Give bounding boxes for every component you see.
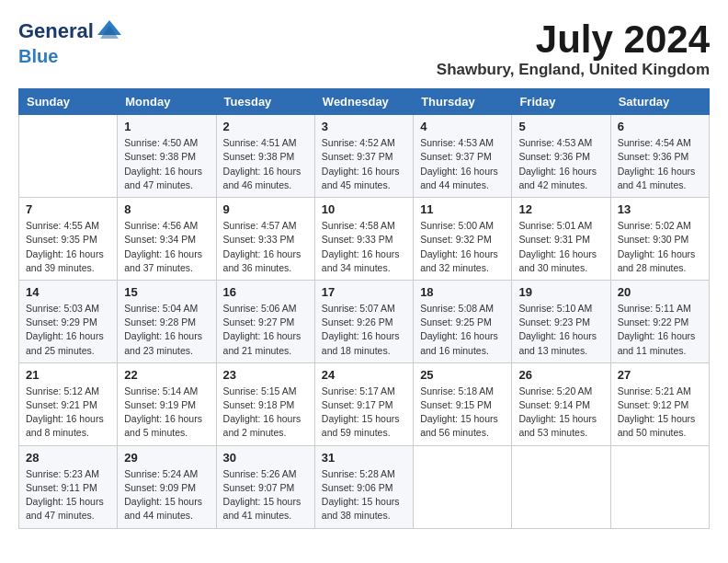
weekday-header: Tuesday xyxy=(216,89,314,115)
day-info: Sunrise: 5:04 AM Sunset: 9:28 PM Dayligh… xyxy=(124,302,209,358)
weekday-header: Wednesday xyxy=(314,89,413,115)
day-info: Sunrise: 4:57 AM Sunset: 9:33 PM Dayligh… xyxy=(223,219,308,275)
day-info: Sunrise: 4:52 AM Sunset: 9:37 PM Dayligh… xyxy=(322,136,406,192)
day-info: Sunrise: 5:11 AM Sunset: 9:22 PM Dayligh… xyxy=(618,302,702,358)
day-info: Sunrise: 4:53 AM Sunset: 9:36 PM Dayligh… xyxy=(518,136,603,192)
calendar-cell: 27Sunrise: 5:21 AM Sunset: 9:12 PM Dayli… xyxy=(610,362,709,445)
calendar-cell: 21Sunrise: 5:12 AM Sunset: 9:21 PM Dayli… xyxy=(19,362,118,445)
header-row: SundayMondayTuesdayWednesdayThursdayFrid… xyxy=(19,89,710,115)
day-info: Sunrise: 5:28 AM Sunset: 9:06 PM Dayligh… xyxy=(322,467,406,523)
day-number: 28 xyxy=(26,451,110,465)
calendar-cell: 14Sunrise: 5:03 AM Sunset: 9:29 PM Dayli… xyxy=(19,280,118,362)
calendar-cell: 8Sunrise: 4:56 AM Sunset: 9:34 PM Daylig… xyxy=(118,198,216,281)
calendar-cell: 29Sunrise: 5:24 AM Sunset: 9:09 PM Dayli… xyxy=(118,445,216,528)
day-number: 10 xyxy=(322,202,406,216)
calendar-cell xyxy=(610,445,709,528)
day-info: Sunrise: 5:10 AM Sunset: 9:23 PM Dayligh… xyxy=(518,302,603,358)
logo-subtext: Blue xyxy=(18,46,123,66)
calendar-cell: 18Sunrise: 5:08 AM Sunset: 9:25 PM Dayli… xyxy=(414,280,512,362)
day-number: 23 xyxy=(223,368,308,382)
calendar-cell: 5Sunrise: 4:53 AM Sunset: 9:36 PM Daylig… xyxy=(512,115,610,198)
calendar-cell: 1Sunrise: 4:50 AM Sunset: 9:38 PM Daylig… xyxy=(118,115,216,198)
day-info: Sunrise: 5:06 AM Sunset: 9:27 PM Dayligh… xyxy=(223,302,308,358)
day-number: 8 xyxy=(124,202,209,216)
day-number: 18 xyxy=(420,285,505,299)
calendar-week-row: 7Sunrise: 4:55 AM Sunset: 9:35 PM Daylig… xyxy=(19,198,710,281)
calendar-week-row: 1Sunrise: 4:50 AM Sunset: 9:38 PM Daylig… xyxy=(19,115,710,198)
day-info: Sunrise: 5:26 AM Sunset: 9:07 PM Dayligh… xyxy=(223,467,308,523)
calendar-table: SundayMondayTuesdayWednesdayThursdayFrid… xyxy=(18,88,710,528)
calendar-cell: 16Sunrise: 5:06 AM Sunset: 9:27 PM Dayli… xyxy=(216,280,314,362)
day-info: Sunrise: 4:50 AM Sunset: 9:38 PM Dayligh… xyxy=(124,136,209,192)
day-number: 16 xyxy=(223,285,308,299)
day-info: Sunrise: 5:07 AM Sunset: 9:26 PM Dayligh… xyxy=(322,302,406,358)
calendar-cell: 22Sunrise: 5:14 AM Sunset: 9:19 PM Dayli… xyxy=(118,362,216,445)
day-info: Sunrise: 5:23 AM Sunset: 9:11 PM Dayligh… xyxy=(26,467,110,523)
day-number: 26 xyxy=(518,368,603,382)
calendar-cell xyxy=(512,445,610,528)
calendar-cell: 28Sunrise: 5:23 AM Sunset: 9:11 PM Dayli… xyxy=(19,445,118,528)
location: Shawbury, England, United Kingdom xyxy=(437,61,710,79)
day-number: 29 xyxy=(124,451,209,465)
day-info: Sunrise: 5:08 AM Sunset: 9:25 PM Dayligh… xyxy=(420,302,505,358)
day-info: Sunrise: 5:15 AM Sunset: 9:18 PM Dayligh… xyxy=(223,385,308,441)
day-number: 6 xyxy=(618,120,702,133)
weekday-header: Monday xyxy=(118,89,216,115)
day-number: 11 xyxy=(420,202,505,216)
calendar-cell: 2Sunrise: 4:51 AM Sunset: 9:38 PM Daylig… xyxy=(216,115,314,198)
day-number: 27 xyxy=(618,368,702,382)
day-number: 24 xyxy=(322,368,406,382)
day-info: Sunrise: 5:21 AM Sunset: 9:12 PM Dayligh… xyxy=(618,385,702,441)
day-number: 21 xyxy=(26,368,110,382)
page-header: General Blue July 2024 Shawbury, England… xyxy=(18,18,710,79)
weekday-header: Sunday xyxy=(19,89,118,115)
day-info: Sunrise: 5:12 AM Sunset: 9:21 PM Dayligh… xyxy=(26,385,110,441)
calendar-cell xyxy=(414,445,512,528)
day-number: 12 xyxy=(518,202,603,216)
logo: General Blue xyxy=(18,18,123,66)
day-info: Sunrise: 4:54 AM Sunset: 9:36 PM Dayligh… xyxy=(618,136,702,192)
calendar-cell: 11Sunrise: 5:00 AM Sunset: 9:32 PM Dayli… xyxy=(414,198,512,281)
day-info: Sunrise: 5:03 AM Sunset: 9:29 PM Dayligh… xyxy=(26,302,110,358)
day-number: 19 xyxy=(518,285,603,299)
calendar-cell: 24Sunrise: 5:17 AM Sunset: 9:17 PM Dayli… xyxy=(314,362,413,445)
calendar-week-row: 28Sunrise: 5:23 AM Sunset: 9:11 PM Dayli… xyxy=(19,445,710,528)
calendar-cell: 12Sunrise: 5:01 AM Sunset: 9:31 PM Dayli… xyxy=(512,198,610,281)
day-info: Sunrise: 5:18 AM Sunset: 9:15 PM Dayligh… xyxy=(420,385,505,441)
day-info: Sunrise: 5:14 AM Sunset: 9:19 PM Dayligh… xyxy=(124,385,209,441)
day-number: 22 xyxy=(124,368,209,382)
calendar-cell: 9Sunrise: 4:57 AM Sunset: 9:33 PM Daylig… xyxy=(216,198,314,281)
logo-text: General xyxy=(18,18,123,46)
calendar-cell: 13Sunrise: 5:02 AM Sunset: 9:30 PM Dayli… xyxy=(610,198,709,281)
calendar-cell: 30Sunrise: 5:26 AM Sunset: 9:07 PM Dayli… xyxy=(216,445,314,528)
day-number: 25 xyxy=(420,368,505,382)
title-block: July 2024 Shawbury, England, United King… xyxy=(437,18,710,79)
calendar-cell: 20Sunrise: 5:11 AM Sunset: 9:22 PM Dayli… xyxy=(610,280,709,362)
calendar-cell: 17Sunrise: 5:07 AM Sunset: 9:26 PM Dayli… xyxy=(314,280,413,362)
day-number: 4 xyxy=(420,120,505,133)
calendar-cell: 15Sunrise: 5:04 AM Sunset: 9:28 PM Dayli… xyxy=(118,280,216,362)
day-number: 1 xyxy=(124,120,209,133)
day-info: Sunrise: 5:17 AM Sunset: 9:17 PM Dayligh… xyxy=(322,385,406,441)
day-info: Sunrise: 4:56 AM Sunset: 9:34 PM Dayligh… xyxy=(124,219,209,275)
day-info: Sunrise: 4:58 AM Sunset: 9:33 PM Dayligh… xyxy=(322,219,406,275)
calendar-header: SundayMondayTuesdayWednesdayThursdayFrid… xyxy=(19,89,710,115)
day-number: 13 xyxy=(618,202,702,216)
weekday-header: Thursday xyxy=(414,89,512,115)
calendar-cell: 26Sunrise: 5:20 AM Sunset: 9:14 PM Dayli… xyxy=(512,362,610,445)
day-info: Sunrise: 5:01 AM Sunset: 9:31 PM Dayligh… xyxy=(518,219,603,275)
day-number: 14 xyxy=(26,285,110,299)
weekday-header: Saturday xyxy=(610,89,709,115)
calendar-cell xyxy=(19,115,118,198)
day-number: 20 xyxy=(618,285,702,299)
calendar-week-row: 14Sunrise: 5:03 AM Sunset: 9:29 PM Dayli… xyxy=(19,280,710,362)
day-info: Sunrise: 4:51 AM Sunset: 9:38 PM Dayligh… xyxy=(223,136,308,192)
calendar-cell: 7Sunrise: 4:55 AM Sunset: 9:35 PM Daylig… xyxy=(19,198,118,281)
day-number: 17 xyxy=(322,285,406,299)
day-number: 31 xyxy=(322,451,406,465)
month-title: July 2024 xyxy=(437,18,710,61)
calendar-cell: 3Sunrise: 4:52 AM Sunset: 9:37 PM Daylig… xyxy=(314,115,413,198)
day-number: 15 xyxy=(124,285,209,299)
day-info: Sunrise: 5:24 AM Sunset: 9:09 PM Dayligh… xyxy=(124,467,209,523)
day-number: 2 xyxy=(223,120,308,133)
